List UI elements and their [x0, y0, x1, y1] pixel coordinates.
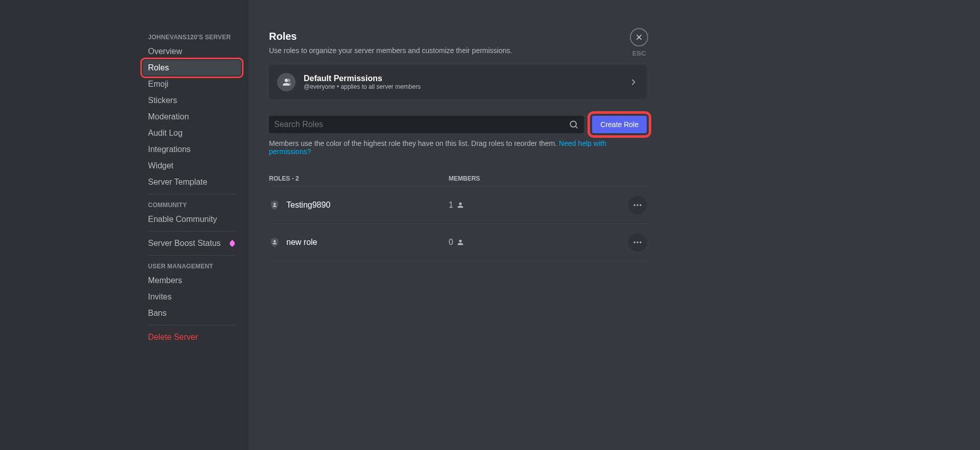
role-members-count: 0 [449, 238, 628, 247]
search-row: Create Role [269, 116, 647, 133]
roles-column-header: ROLES - 2 [269, 175, 449, 182]
svg-point-7 [636, 241, 638, 243]
default-permissions-title: Default Permissions [304, 74, 628, 83]
sidebar-item-bans[interactable]: Bans [143, 306, 241, 321]
more-horizontal-icon [632, 237, 643, 247]
chevron-right-icon [628, 77, 639, 87]
role-name: Testing9890 [286, 201, 330, 210]
community-header: COMMUNITY [143, 198, 241, 212]
sidebar-item-members[interactable]: Members [143, 273, 241, 288]
divider [148, 194, 236, 194]
shield-icon [269, 237, 280, 248]
default-permissions-subtitle: @everyone • applies to all server member… [304, 83, 628, 90]
svg-point-1 [274, 203, 276, 205]
members-icon-wrap [277, 73, 296, 91]
svg-point-8 [640, 241, 641, 243]
sidebar-item-audit-log[interactable]: Audit Log [143, 126, 241, 141]
close-label: ESC [632, 49, 646, 57]
role-name-wrap: Testing9890 [269, 199, 449, 211]
sidebar-item-widget[interactable]: Widget [143, 158, 241, 173]
search-roles-input[interactable] [274, 120, 569, 129]
boost-icon [229, 240, 236, 247]
svg-point-5 [274, 240, 276, 242]
sidebar: JOHNEVANS120'S SERVER Overview Roles Emo… [143, 31, 241, 450]
sidebar-item-roles[interactable]: Roles [143, 60, 241, 76]
sidebar-item-overview[interactable]: Overview [143, 44, 241, 59]
members-column-header: MEMBERS [449, 175, 647, 182]
content-region: Roles Use roles to organize your server … [249, 0, 980, 450]
sidebar-region: JOHNEVANS120'S SERVER Overview Roles Emo… [0, 0, 249, 450]
divider [148, 255, 236, 256]
role-actions [628, 233, 647, 252]
sidebar-item-server-template[interactable]: Server Template [143, 174, 241, 190]
default-permissions-text: Default Permissions @everyone • applies … [304, 74, 628, 90]
role-more-button[interactable] [628, 196, 647, 214]
divider [148, 325, 236, 326]
role-actions [628, 196, 647, 214]
sidebar-item-integrations[interactable]: Integrations [143, 142, 241, 157]
sidebar-item-invites[interactable]: Invites [143, 289, 241, 305]
sidebar-item-emoji[interactable]: Emoji [143, 77, 241, 92]
shield-icon [269, 199, 280, 211]
role-row[interactable]: Testing9890 1 [269, 187, 647, 224]
sidebar-item-moderation[interactable]: Moderation [143, 109, 241, 124]
members-icon [281, 77, 291, 87]
sidebar-item-delete-server[interactable]: Delete Server [143, 330, 241, 345]
person-icon [456, 238, 464, 246]
default-permissions-card[interactable]: Default Permissions @everyone • applies … [269, 65, 647, 99]
content: Roles Use roles to organize your server … [269, 31, 647, 261]
search-input-wrap [269, 116, 584, 133]
server-name-header: JOHNEVANS120'S SERVER [143, 31, 241, 44]
divider [148, 231, 236, 232]
role-members-count: 1 [449, 201, 628, 210]
sidebar-item-stickers[interactable]: Stickers [143, 93, 241, 108]
close-circle [630, 28, 648, 46]
sidebar-item-enable-community[interactable]: Enable Community [143, 212, 241, 227]
person-icon [456, 201, 464, 209]
close-button[interactable]: ESC [630, 28, 648, 57]
page-description: Use roles to organize your server member… [269, 46, 647, 55]
svg-point-2 [634, 204, 635, 206]
role-more-button[interactable] [628, 233, 647, 252]
svg-point-6 [634, 241, 635, 243]
svg-point-4 [640, 204, 641, 206]
hint-text: Members use the color of the highest rol… [269, 139, 647, 156]
search-icon [569, 119, 579, 130]
user-mgmt-header: USER MANAGEMENT [143, 260, 241, 273]
role-row[interactable]: new role 0 [269, 224, 647, 261]
page-title: Roles [269, 31, 647, 42]
more-horizontal-icon [632, 200, 643, 210]
svg-point-0 [571, 121, 577, 127]
sidebar-item-boost-status[interactable]: Server Boost Status [143, 236, 241, 251]
svg-point-3 [636, 204, 638, 206]
role-name-wrap: new role [269, 237, 449, 248]
roles-table-header: ROLES - 2 MEMBERS [269, 171, 647, 187]
create-role-button[interactable]: Create Role [592, 116, 647, 133]
role-name: new role [286, 238, 317, 247]
close-icon [634, 33, 644, 42]
